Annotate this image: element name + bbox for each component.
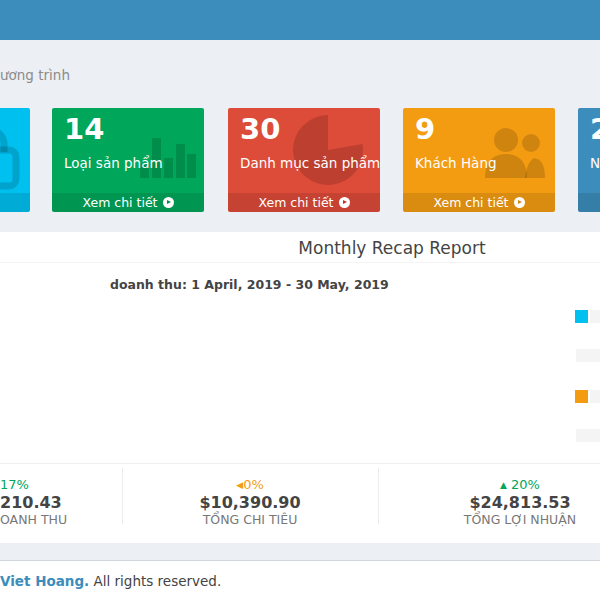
stat-card-inner: 14 Loại sản phẩm (64, 114, 198, 171)
stat-number: 9 (415, 114, 549, 146)
legend-label (576, 429, 600, 442)
stat-number: 30 (240, 114, 374, 146)
stat-card-inner: 30 Danh mục sản phẩm (240, 114, 374, 171)
caret-up-icon: ▲ (500, 480, 507, 490)
stat-expenses: ◀0% $10,390.90 TỔNG CHI TIÊU (122, 477, 378, 527)
stat-caption: TỔNG LỢI NHUẬN (378, 512, 600, 527)
stat-number: 14 (64, 114, 198, 146)
card-footer-label: Xem chi tiết (433, 195, 508, 210)
stat-revenue: 17% 210.43 OANH THU (0, 477, 122, 527)
panel-title: Monthly Recap Report (298, 238, 485, 258)
arrow-circle-right-icon (163, 197, 174, 208)
stat-card-categories: 30 Danh mục sản phẩm Xem chi tiết (228, 108, 380, 212)
stat-value: $10,390.90 (122, 494, 378, 511)
legend-label (576, 349, 600, 362)
card-footer-link[interactable]: Xem chi tiết (403, 193, 555, 212)
stat-caption: OANH THU (0, 512, 122, 527)
stat-card-inner (0, 114, 24, 123)
footer-author-link[interactable]: Viet Hoang. (0, 573, 89, 589)
stat-card-inner: 2 Ng (590, 114, 600, 171)
stat-card-customers: 9 Khách Hàng Xem chi tiết (403, 108, 555, 212)
stat-percent: 0% (243, 477, 264, 492)
stat-card-inner: 9 Khách Hàng (415, 114, 549, 171)
legend-color-swatch (575, 310, 588, 323)
card-footer-link[interactable] (578, 193, 600, 212)
stat-value: 210.43 (0, 494, 122, 511)
stat-percent: 17% (0, 477, 29, 492)
card-footer-label: Xem chi tiết (82, 195, 157, 210)
card-footer-link[interactable] (0, 193, 30, 212)
monthly-recap-panel: Monthly Recap Report doanh thu: 1 April,… (0, 232, 600, 543)
stat-number: 2 (590, 114, 600, 146)
stats-divider (0, 463, 600, 464)
panel-header-divider (0, 262, 600, 263)
legend-label (590, 310, 600, 323)
legend-color-swatch (575, 390, 588, 403)
legend-item (575, 390, 600, 403)
legend-item (576, 349, 600, 362)
main-footer: Viet Hoang. All rights reserved. (0, 560, 600, 600)
stat-card-product-types: 14 Loại sản phẩm Xem chi tiết (52, 108, 204, 212)
stat-value: $24,813.53 (378, 494, 600, 511)
legend-label (590, 390, 600, 403)
top-navbar (0, 0, 600, 40)
dashboard-page: ương trình 14 Loại sản phẩm (0, 0, 600, 600)
legend-item (576, 429, 600, 442)
stat-card-products (0, 108, 30, 212)
legend-item (575, 310, 600, 323)
chart-caption: doanh thu: 1 April, 2019 - 30 May, 2019 (110, 277, 389, 292)
stat-percent: 20% (511, 477, 540, 492)
card-footer-link[interactable]: Xem chi tiết (228, 193, 380, 212)
stat-card-users: 2 Ng (578, 108, 600, 212)
stat-label: Ng (590, 155, 600, 171)
footer-rights-text: All rights reserved. (94, 573, 222, 589)
stat-label: Danh mục sản phẩm (240, 155, 374, 171)
arrow-circle-right-icon (514, 197, 525, 208)
stat-profit: ▲ 20% $24,813.53 TỔNG LỢI NHUẬN (378, 477, 600, 527)
stat-caption: TỔNG CHI TIÊU (122, 512, 378, 527)
card-footer-link[interactable]: Xem chi tiết (52, 193, 204, 212)
shopping-bag-icon (0, 120, 26, 196)
arrow-circle-right-icon (339, 197, 350, 208)
card-footer-label: Xem chi tiết (258, 195, 333, 210)
stat-label: Loại sản phẩm (64, 155, 198, 171)
stat-label: Khách Hàng (415, 155, 549, 171)
page-subtitle: ương trình (0, 67, 70, 83)
